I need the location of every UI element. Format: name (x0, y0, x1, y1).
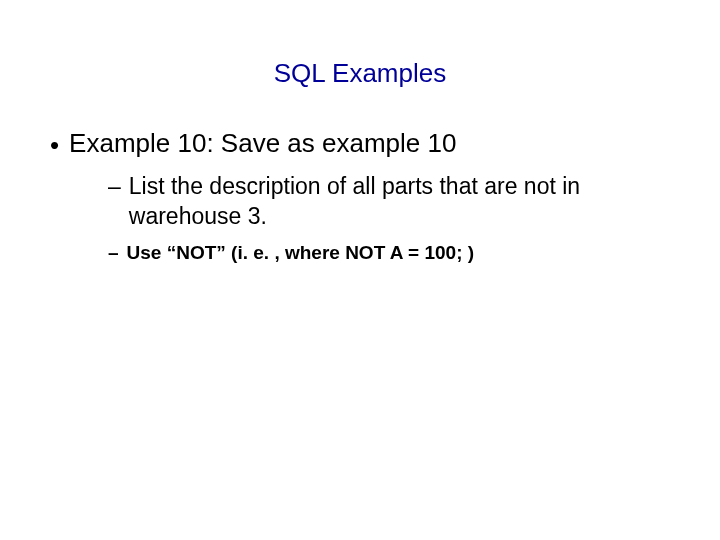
bullet-level-2: – List the description of all parts that… (108, 171, 680, 231)
bullet-text: Example 10: Save as example 10 (69, 127, 456, 159)
bullet-level-2-wrap: – List the description of all parts that… (50, 171, 680, 231)
slide-content: • Example 10: Save as example 10 – List … (0, 127, 720, 265)
bullet-level-3: – Use “NOT” (i. e. , where NOT A = 100; … (108, 241, 680, 265)
bullet-level-3-wrap: – Use “NOT” (i. e. , where NOT A = 100; … (50, 241, 680, 265)
sub2-marker: – (108, 241, 119, 265)
slide: SQL Examples • Example 10: Save as examp… (0, 58, 720, 540)
bullet-marker: • (50, 129, 59, 161)
slide-title: SQL Examples (0, 58, 720, 89)
sub2-text: Use “NOT” (i. e. , where NOT A = 100; ) (127, 241, 475, 265)
bullet-level-1: • Example 10: Save as example 10 (50, 127, 680, 161)
sub1-text: List the description of all parts that a… (129, 171, 669, 231)
sub1-marker: – (108, 171, 121, 201)
